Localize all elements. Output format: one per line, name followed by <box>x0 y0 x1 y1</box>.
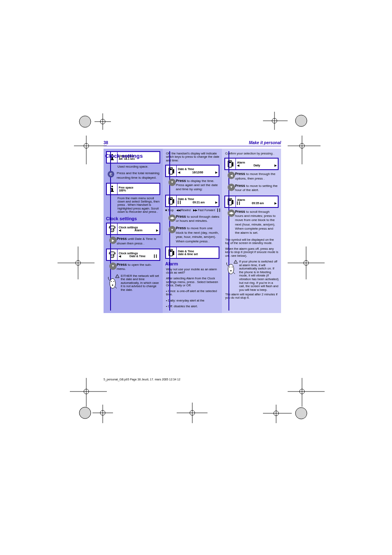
screen-time: Date & Time ▎▎09:21 am▶ <box>165 195 219 207</box>
svg-point-67 <box>228 264 234 274</box>
screen-title: Clock settings <box>119 252 158 255</box>
footer-metadata: 5_personal_GB.p65 Page 38 Jeudi, 17. mar… <box>104 378 180 381</box>
screen-line2: 100% <box>119 189 158 192</box>
svg-point-47 <box>110 279 115 288</box>
content-area: 38 Make it personal Used space All: 18.1… <box>104 140 281 313</box>
screen-clock-datetime: Clock settings ◀Date & Time▎▎ <box>106 249 160 261</box>
svg-point-30 <box>295 408 307 419</box>
svg-rect-57 <box>173 199 174 203</box>
phone-icon <box>107 223 118 234</box>
handset-icon <box>166 247 177 258</box>
svg-rect-40 <box>111 159 114 160</box>
screen-title: Date & Time <box>178 250 217 253</box>
handset-icon <box>166 166 177 176</box>
svg-text:!: ! <box>117 275 118 278</box>
screen-datetime-set: Date & Time date & time set <box>165 246 219 259</box>
caption: Used recording space. <box>118 165 160 168</box>
note2: The alarm will repeat after 2 minutes if… <box>225 293 279 300</box>
p: • Once: a one-off alert at the selected … <box>166 290 219 297</box>
subhead-alarm: Alarm <box>165 261 219 266</box>
svg-rect-63 <box>232 162 233 166</box>
intro: Confirm your selection by pressing . <box>225 152 279 155</box>
step-down: ▼ Press to display the time. Press again… <box>165 179 219 191</box>
screen-alarm-time: Alarm ▎▎09:35 am▶ <box>224 196 279 208</box>
svg-rect-60 <box>173 251 174 255</box>
screen-alarm-daily: Alarm ◀Daily▶ <box>224 158 279 170</box>
svg-point-45 <box>111 228 113 230</box>
mascot-warning-icon: ! <box>107 274 120 291</box>
page-header: 38 Make it personal <box>104 140 281 146</box>
note: ! EITHER the network will set the date a… <box>107 274 160 292</box>
step-leftright: ◀▶ Press to scroll through hours and min… <box>224 210 279 235</box>
columns: Used space All: 18.1 sec Used recording … <box>104 149 281 313</box>
svg-point-68 <box>229 267 230 267</box>
step-leftright: ◀▶ Press to scroll through dates or hour… <box>165 214 219 223</box>
svg-point-46 <box>111 254 113 256</box>
screen-line2: date & time set <box>178 253 217 256</box>
svg-point-48 <box>111 281 112 282</box>
svg-point-71 <box>231 270 232 271</box>
screen-free-space: Free space 100% <box>106 183 160 195</box>
step-right: ▶ Press until Date & Time is shown then … <box>106 237 160 245</box>
down-key-icon: ▼ <box>109 263 117 270</box>
svg-point-0 <box>79 116 91 127</box>
step-text: Press and the total remaining recording … <box>117 171 159 179</box>
c-key-icon: C <box>108 171 114 177</box>
svg-point-20 <box>79 407 91 419</box>
caption: From the main menu scroll down and selec… <box>118 197 160 214</box>
section-title: Make it personal <box>249 140 281 145</box>
screen-title: Clock settings <box>119 226 158 229</box>
p: When the alarm goes off, press any key t… <box>225 247 279 258</box>
screen-title: Alarm <box>237 198 277 201</box>
svg-rect-54 <box>173 169 174 173</box>
svg-point-41 <box>111 186 113 187</box>
page-number: 38 <box>104 140 108 145</box>
svg-rect-44 <box>111 191 114 192</box>
step-down: ▼ Press to open the sub-menu. <box>106 263 160 271</box>
left-right-key-icon: ◀▶ <box>168 214 176 222</box>
svg-point-49 <box>113 281 114 282</box>
svg-point-7 <box>295 115 307 127</box>
p: • Daily: everyday alert at the <box>166 299 219 302</box>
column-1: Used space All: 18.1 sec Used recording … <box>104 149 163 313</box>
note: ! If your phone is switched off at alarm… <box>225 260 279 292</box>
down-key-icon: ▼ <box>228 184 235 191</box>
right-key-icon: ▶ <box>109 237 117 244</box>
step-down: ▼ Press to move to setting the hour of t… <box>224 184 279 192</box>
screen-date: Date & Time ◀16/12/00▶ <box>165 165 219 177</box>
svg-point-69 <box>232 267 233 267</box>
p: The symbol will be displayed on the top … <box>225 238 279 245</box>
down-key-icon: ▼ <box>168 226 176 233</box>
p: Why not use your mobile as an alarm cloc… <box>166 268 219 275</box>
left-right-key-icon: ◀▶ <box>228 210 235 217</box>
screen-title: Date & Time <box>178 198 217 200</box>
subhead-clock-settings: Clock settings <box>106 216 160 221</box>
screen-line1: Free space <box>119 186 158 189</box>
p: After selecting Alarm from the Clock set… <box>166 277 219 287</box>
screen-clock-alarm: Clock settings ◀Alarm▶ <box>106 223 160 235</box>
screen-title: Alarm <box>237 161 277 164</box>
p: • Off: disables the alert. <box>166 305 219 308</box>
svg-text:!: ! <box>235 261 236 263</box>
down-key-icon: ▼ <box>168 179 176 186</box>
handset-icon <box>225 196 236 207</box>
step-left: ◀ Press to move through the options, the… <box>224 172 279 180</box>
step-press-c: C Press and the total remaining recordin… <box>106 171 160 180</box>
phone-icon <box>107 249 118 260</box>
intro: OR the handset's display will indicate w… <box>166 152 219 162</box>
handset-icon <box>225 159 236 169</box>
column-2: OR the handset's display will indicate w… <box>163 149 222 313</box>
page: 38 Make it personal Used space All: 18.1… <box>0 0 392 555</box>
screen-title: Date & Time <box>178 168 217 170</box>
page-title: Clock settings <box>105 153 143 159</box>
step-down2: ▼ Press to move from one block to the ne… <box>165 226 219 243</box>
column-3: Confirm your selection by pressing . Ala… <box>222 149 281 313</box>
left-key-icon: ◀ <box>228 172 235 179</box>
svg-rect-66 <box>232 200 233 204</box>
mascot-warning-icon: ! <box>225 260 238 276</box>
svg-point-51 <box>112 284 113 286</box>
info-icon <box>107 184 118 194</box>
key-legend: ■ Stop ◀◀ Rewind ▶▶ Fast Forward ▎▎ Paus… <box>165 209 219 212</box>
handset-icon <box>166 196 177 206</box>
